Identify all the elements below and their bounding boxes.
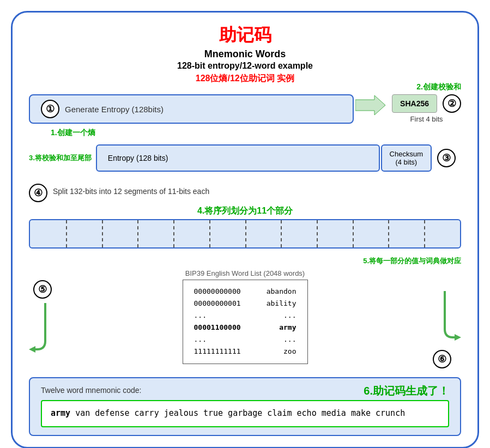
bip39-label: BIP39 English Word List (2048 words) (185, 269, 305, 277)
svg-marker-0 (355, 95, 385, 115)
label-5: 5.将每一部分的值与词典做对应 (363, 256, 461, 266)
checksum-box: Checksum(4 bits) (381, 144, 432, 172)
row-3: 3.将校验和加至尾部 Entropy (128 bits) Checksum(4… (29, 144, 461, 172)
circle-4: ④ (29, 184, 47, 202)
step1-box: ① Generate Entropy (128bits) (29, 94, 354, 124)
svg-marker-1 (29, 346, 35, 353)
step6-area: ⑥ (428, 258, 461, 368)
row-bottom: 6.助记码生成了！ Twelve word mnemonic code: arm… (29, 377, 461, 436)
step1-label: Generate Entropy (128bits) (65, 105, 164, 114)
arrow-down-right (428, 291, 461, 346)
main-container: 助记码 Mnemonic Words 128-bit entropy/12-wo… (11, 11, 479, 448)
bip39-bits-2: 00000000001 (194, 298, 241, 310)
bip39-bits-4: 00001100000 (194, 322, 241, 334)
label-6: 6.助记码生成了！ (364, 384, 449, 398)
mnemonic-output: army van defense carry jealous true garb… (41, 400, 449, 427)
bip39-row-6: 11111111111 zoo (194, 346, 297, 358)
label-4: 4.将序列划分为11个部分 (29, 205, 461, 217)
bip39-word-3: ... (283, 310, 296, 322)
segments-bar (29, 219, 461, 249)
step4-header: ④ Split 132-bits into 12 segments of 11-… (29, 184, 461, 202)
bip39-box: 00000000000 abandon 00000000001 ability … (183, 280, 308, 364)
title-chinese: 助记码 (29, 23, 461, 47)
bip39-bits-6: 11111111111 (194, 346, 241, 358)
subtitle-chinese: 128位熵/12位助记词 实例 (29, 73, 461, 84)
first4bits: First 4 bits (410, 115, 443, 123)
bip39-bits-5: ... (194, 334, 207, 346)
circle-3: ③ (437, 149, 456, 167)
arrow-to-sha (354, 94, 386, 116)
row-1-2: 2.创建校验和 ① Generate Entropy (128bits) SHA… (29, 94, 461, 124)
circle-1: ① (41, 100, 59, 118)
bip39-row-1: 00000000000 abandon (194, 286, 297, 298)
svg-marker-2 (455, 334, 461, 341)
subtitle-english: 128-bit entropy/12-word example (29, 61, 461, 71)
label-2: 2.创建校验和 (416, 82, 461, 92)
bip39-word-4: army (279, 322, 296, 334)
bip39-bits-3: ... (194, 310, 207, 322)
entropy-box: Entropy (128 bits) (96, 144, 380, 172)
bip39-row-2: 00000000001 ability (194, 298, 297, 310)
title-english: Mnemonic Words (29, 49, 461, 60)
step4-text: Split 132-bits into 12 segments of 11-bi… (53, 187, 209, 196)
mnemonic-rest: van defense carry jealous true garbage c… (70, 408, 405, 418)
mnemonic-bold-word: army (51, 408, 70, 418)
bip39-word-1: abandon (267, 286, 297, 298)
step5-area: ⑤ (29, 258, 62, 358)
circle-5: ⑤ (33, 280, 52, 299)
row-5-6: 5.将每一部分的值与词典做对应 ⑤ BIP39 English Word Lis… (29, 258, 461, 368)
bip39-word-5: ... (283, 334, 296, 346)
step2-area: SHA256 ② First 4 bits (392, 94, 461, 123)
bip39-row-3: ... ... (194, 310, 297, 322)
bip39-container: BIP39 English Word List (2048 words) 000… (72, 269, 418, 364)
entropy-text: Entropy (128 bits) (108, 154, 168, 162)
step2-num: SHA256 ② (392, 94, 461, 113)
circle-6: ⑥ (433, 350, 451, 368)
bip39-word-6: zoo (283, 346, 296, 358)
circle-2: ② (443, 94, 461, 113)
bip39-word-2: ability (267, 298, 297, 310)
label-3: 3.将校验和加至尾部 (29, 153, 92, 163)
arrow-down-left (29, 303, 62, 358)
row-4: ④ Split 132-bits into 12 segments of 11-… (29, 184, 461, 249)
bip39-bits-1: 00000000000 (194, 286, 241, 298)
bip39-row-5: ... ... (194, 334, 297, 346)
sha256-box: SHA256 (392, 94, 437, 113)
checksum-text: Checksum(4 bits) (390, 150, 423, 166)
label-1: 1.创建一个熵 (51, 128, 95, 138)
bip39-row-4: 00001100000 army (194, 322, 297, 334)
